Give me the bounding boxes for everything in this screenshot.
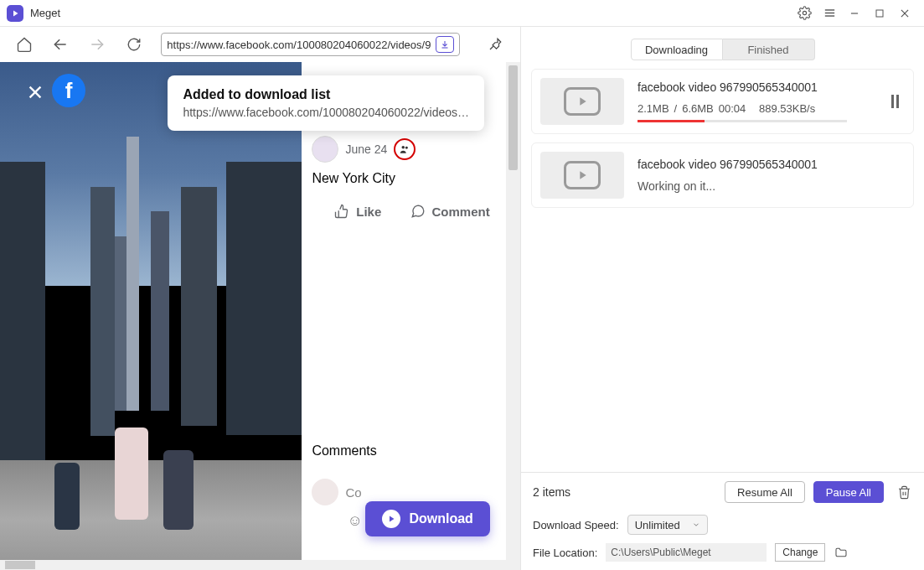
avatar[interactable] bbox=[312, 136, 338, 163]
app-icon bbox=[7, 5, 23, 22]
svg-rect-5 bbox=[876, 10, 883, 17]
download-toast: Added to download list https://www.faceb… bbox=[168, 75, 484, 131]
resume-all-button[interactable]: Resume All bbox=[725, 481, 805, 503]
video-player[interactable]: f bbox=[0, 62, 302, 560]
svg-line-12 bbox=[490, 46, 493, 49]
pause-all-button[interactable]: Pause All bbox=[813, 481, 884, 503]
change-button[interactable]: Change bbox=[775, 543, 825, 562]
download-badge-icon bbox=[382, 510, 400, 528]
video-thumbnail-icon bbox=[540, 152, 624, 199]
pause-icon[interactable] bbox=[885, 91, 905, 111]
footer: 2 items Resume All Pause All Download Sp… bbox=[521, 472, 924, 570]
scrollbar-thumb[interactable] bbox=[508, 65, 518, 170]
minimize-button[interactable] bbox=[842, 2, 867, 25]
horizontal-scrollbar[interactable] bbox=[0, 560, 520, 570]
home-icon[interactable] bbox=[15, 35, 34, 54]
svg-point-16 bbox=[405, 147, 408, 149]
tab-finished[interactable]: Finished bbox=[723, 39, 815, 60]
browser-pane: https://www.facebook.com/100080204060022… bbox=[0, 27, 521, 570]
download-list: facebook video 967990565340001 2.1MB/6.6… bbox=[521, 69, 924, 472]
titlebar: Meget bbox=[0, 0, 924, 27]
browser-toolbar: https://www.facebook.com/100080204060022… bbox=[0, 27, 520, 62]
download-button[interactable]: Download bbox=[365, 501, 489, 536]
video-thumbnail bbox=[0, 62, 302, 560]
vertical-scrollbar[interactable] bbox=[506, 62, 520, 560]
reload-icon[interactable] bbox=[125, 35, 143, 54]
post-title: New York City bbox=[312, 171, 496, 186]
facebook-icon[interactable]: f bbox=[52, 74, 85, 107]
menu-icon[interactable] bbox=[817, 2, 842, 25]
toast-url: https://www.facebook.com/100080204060022… bbox=[183, 106, 469, 119]
toast-title: Added to download list bbox=[183, 87, 469, 102]
audience-icon[interactable] bbox=[394, 138, 416, 160]
like-button[interactable]: Like bbox=[312, 197, 404, 225]
download-item[interactable]: facebook video 967990565340001 2.1MB/6.6… bbox=[531, 69, 914, 134]
url-bar[interactable]: https://www.facebook.com/100080204060022… bbox=[161, 33, 460, 56]
tab-downloading[interactable]: Downloading bbox=[631, 39, 723, 60]
download-pane: Downloading Finished facebook video 9679… bbox=[521, 27, 924, 570]
download-item[interactable]: facebook video 967990565340001 Working o… bbox=[531, 142, 914, 208]
forward-icon bbox=[88, 35, 106, 54]
post-panel: Added to download list https://www.faceb… bbox=[302, 62, 506, 560]
close-button[interactable] bbox=[892, 2, 917, 25]
item-count: 2 items bbox=[533, 485, 725, 499]
h-scrollbar-thumb[interactable] bbox=[5, 561, 35, 569]
download-name: facebook video 967990565340001 bbox=[638, 158, 905, 171]
speed-select[interactable]: Unlimited bbox=[627, 515, 708, 535]
download-progress: 2.1MB/6.6MB 00:04 889.53KB/s bbox=[638, 102, 885, 115]
close-video-icon[interactable] bbox=[23, 80, 47, 104]
chevron-down-icon bbox=[692, 521, 700, 529]
trash-icon[interactable] bbox=[896, 484, 912, 500]
app-title: Meget bbox=[30, 7, 792, 19]
path-field[interactable]: C:\Users\Public\Meget bbox=[606, 543, 767, 562]
emoji-smiley-icon[interactable]: ☺ bbox=[347, 512, 362, 531]
comment-avatar[interactable] bbox=[312, 479, 338, 505]
settings-icon[interactable] bbox=[792, 2, 817, 25]
download-name: facebook video 967990565340001 bbox=[638, 80, 885, 94]
comments-heading: Comments bbox=[312, 443, 496, 459]
pin-icon[interactable] bbox=[485, 34, 505, 54]
location-label: File Location: bbox=[533, 547, 597, 559]
comment-input[interactable]: Co bbox=[345, 485, 361, 500]
svg-point-15 bbox=[402, 146, 405, 149]
folder-icon[interactable] bbox=[834, 545, 849, 560]
back-icon[interactable] bbox=[52, 35, 70, 54]
speed-label: Download Speed: bbox=[533, 519, 619, 531]
tab-bar: Downloading Finished bbox=[521, 27, 924, 69]
comment-button[interactable]: Comment bbox=[404, 197, 496, 225]
progress-bar bbox=[638, 120, 847, 122]
maximize-button[interactable] bbox=[867, 2, 892, 25]
url-download-icon[interactable] bbox=[436, 36, 454, 53]
svg-point-0 bbox=[803, 11, 806, 14]
post-date: June 24 bbox=[345, 142, 387, 156]
download-status: Working on it... bbox=[638, 179, 905, 193]
video-thumbnail-icon bbox=[540, 78, 624, 125]
url-text: https://www.facebook.com/100080204060022… bbox=[167, 39, 431, 51]
